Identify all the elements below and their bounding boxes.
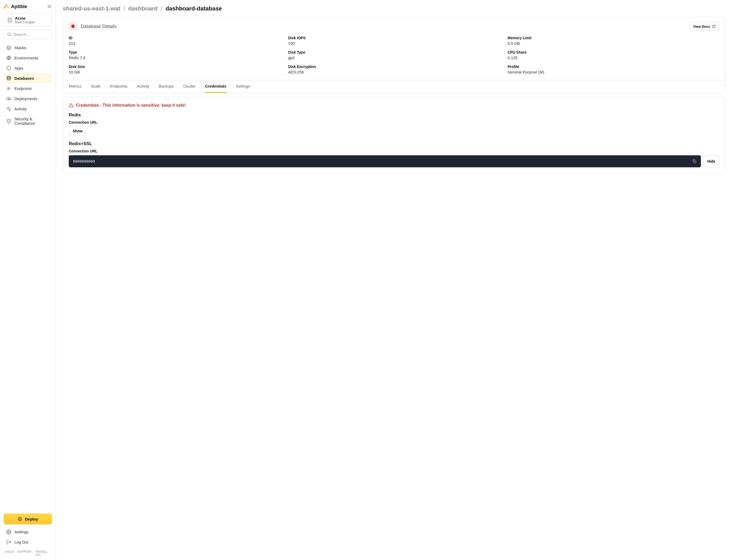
detail-label: Disk IOPS [288,36,500,40]
connection-url-value: 0000000000 [73,159,95,163]
detail-disk-size: Disk Size 10 GB [69,65,280,74]
section-title: Redis [69,112,719,118]
detail-label: CPU Share [508,50,719,54]
svg-rect-29 [694,161,696,163]
logo-text: Aptible [11,4,27,9]
sidebar-item-deployments[interactable]: Deployments [4,94,52,104]
tab-scale[interactable]: Scale [91,80,101,93]
tab-activity[interactable]: Activity [137,80,150,93]
deploy-label: Deploy [25,517,38,521]
gear-icon [6,529,11,534]
connection-url-box: 0000000000 [69,155,701,167]
breadcrumb-part-1[interactable]: shared-us-east-1-wat [63,5,120,12]
svg-point-21 [8,531,9,533]
detail-value: 212 [69,41,280,45]
hide-button[interactable]: Hide [704,155,719,167]
search-icon [7,32,12,37]
sidebar-item-label: Environments [14,56,38,60]
warning-text: Credentials - This information is sensit… [76,103,186,108]
nav-list: Stacks Environments Apps Databases Endpo… [4,43,52,128]
sidebar-item-endpoints[interactable]: Endpoints [4,84,52,93]
footer-nav: Settings Log Out [4,527,52,547]
detail-memory: Memory Limit 0.5 GB [508,36,719,45]
footer-link-docs[interactable]: DOCS [5,550,14,556]
detail-label: Disk Type [288,50,500,54]
credentials-redis-ssl-section: Redis+SSL Connection URL 0000000000 Hide [69,141,719,167]
detail-value: AES-256 [288,70,500,74]
sidebar-item-label: Databases [14,76,34,81]
sidebar-item-label: Apps [14,66,23,70]
detail-label: Memory Limit [508,36,719,40]
credentials-card: Credentials - This information is sensit… [63,97,725,173]
svg-line-11 [10,35,11,36]
tab-endpoints[interactable]: Endpoints [110,80,128,93]
detail-id: ID 212 [69,36,280,45]
detail-label: Disk Encryption [288,65,500,69]
org-selector[interactable]: Acme Mark Corrigan [4,13,52,27]
svg-point-15 [7,76,10,78]
deploy-button[interactable]: Deploy [4,513,52,524]
sidebar-item-logout[interactable]: Log Out [4,537,52,547]
shield-icon [6,119,11,124]
tab-credentials[interactable]: Credentials [205,80,226,93]
activity-icon [6,106,11,111]
credentials-redis-section: Redis Connection URL Show [69,112,719,135]
sidebar: Aptible Acme Mark Corrigan Stacks Enviro… [0,0,56,560]
footer-link-support[interactable]: SUPPORT [18,550,32,556]
sidebar-item-security[interactable]: Security & Compliance [4,114,52,128]
sidebar-item-environments[interactable]: Environments [4,53,52,63]
aptible-logo-icon [4,4,9,9]
svg-line-26 [714,25,715,27]
warning-icon [69,103,73,108]
connection-url-label: Connection URL [69,149,719,153]
external-link-icon [712,25,716,28]
detail-value: 0.5 GB [508,41,719,45]
copy-icon[interactable] [692,159,697,164]
logout-icon [6,540,11,545]
show-button[interactable]: Show [69,127,86,135]
sidebar-header: Aptible [4,4,52,9]
logo[interactable]: Aptible [4,4,27,9]
details-title: Database Details [81,24,117,29]
user-name: Mark Corrigan [15,20,35,24]
breadcrumb-part-2[interactable]: dashboard [128,5,157,12]
tab-backups[interactable]: Backups [159,80,174,93]
menu-toggle-icon[interactable] [47,4,52,9]
tab-metrics[interactable]: Metrics [69,80,81,93]
sidebar-item-activity[interactable]: Activity [4,104,52,114]
breadcrumb: shared-us-east-1-wat / dashboard / dashb… [63,5,725,12]
sidebar-item-apps[interactable]: Apps [4,63,52,73]
detail-profile: Profile General Purpose (M) [508,65,719,74]
detail-value: gp2 [288,55,500,60]
sidebar-item-label: Settings [14,530,28,534]
connection-url-label: Connection URL [69,120,719,124]
sidebar-item-settings[interactable]: Settings [4,527,52,537]
search-input[interactable] [14,32,49,37]
sidebar-item-stacks[interactable]: Stacks [4,43,52,53]
details-card: Database Details View Docs ID 212 Disk I… [63,17,725,93]
sidebar-item-label: Endpoints [14,86,32,91]
detail-encryption: Disk Encryption AES-256 [288,65,500,74]
sidebar-item-databases[interactable]: Databases [4,73,52,83]
building-icon [7,18,12,23]
search-box[interactable] [4,30,52,39]
detail-value: General Purpose (M) [508,70,719,74]
section-title: Redis+SSL [69,141,719,146]
detail-label: Disk Size [69,65,280,69]
detail-iops: Disk IOPS 100 [288,36,500,45]
details-header: Database Details View Docs [63,17,725,34]
footer-link-install-cli[interactable]: INSTALL CLI [36,550,52,556]
svg-point-16 [8,88,9,89]
sidebar-item-label: Log Out [14,540,28,544]
breadcrumb-current: dashboard-database [165,5,222,12]
main-content: shared-us-east-1-wat / dashboard / dashb… [56,0,732,560]
tab-settings[interactable]: Settings [236,80,250,93]
plus-circle-icon [18,517,22,521]
detail-type: Type Redis 7.0 [69,50,280,60]
breadcrumb-separator: / [123,5,125,12]
tab-cluster[interactable]: Cluster [183,80,196,93]
detail-label: Type [69,50,280,54]
view-docs-button[interactable]: View Docs [690,22,719,31]
detail-value: 10 GB [69,70,280,74]
cloud-up-icon [6,96,11,101]
